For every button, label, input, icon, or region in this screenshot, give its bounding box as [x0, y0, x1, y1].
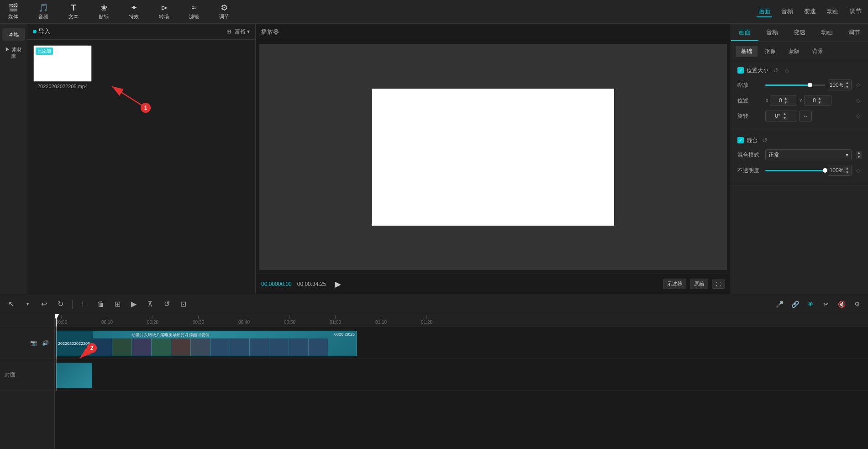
blend-checkbox[interactable]: ✓	[737, 137, 744, 143]
blend-mode-select[interactable]: 正常 ▾	[765, 149, 852, 160]
rp-subtab-basic[interactable]: 基础	[736, 46, 758, 57]
position-keyframe[interactable]: ◇	[854, 97, 862, 104]
scale-keyframe[interactable]: ◇	[854, 81, 862, 89]
blend-up[interactable]: ▲	[856, 151, 862, 155]
opacity-slider[interactable]	[765, 170, 825, 171]
settings-button[interactable]: ⚙	[851, 298, 863, 311]
media-item-0[interactable]: 已添加 20220202022205.mp4	[33, 45, 92, 89]
clip-label-section: 20220202022205	[56, 331, 93, 356]
tab-animation[interactable]: 动画	[825, 6, 841, 17]
flip-button[interactable]: ↔	[799, 111, 812, 121]
tab-canvas[interactable]: 画面	[757, 6, 772, 17]
nav-media[interactable]: 🎬 媒体	[5, 2, 22, 22]
nav-effect[interactable]: ✦ 特效	[125, 2, 142, 22]
opacity-up[interactable]: ▲	[844, 167, 850, 170]
scale-slider[interactable]	[765, 85, 825, 86]
select-dropdown[interactable]: ▾	[21, 298, 34, 311]
rot-down[interactable]: ▼	[782, 116, 788, 120]
rp-tab-adjust[interactable]: 调节	[841, 25, 868, 41]
y-label: Y	[799, 98, 802, 103]
clip-thumbnails-area: 动量片头转场片尾唯美场所打斗炫酷可爱萌 0000:29:25	[93, 331, 357, 356]
clip-thumbnails	[93, 338, 357, 356]
import-label: 导入	[38, 27, 50, 36]
video-clip[interactable]: 20220202022205 动量片头转场片尾唯美场所打斗炫酷可爱萌 0000:…	[56, 331, 357, 356]
blend-down[interactable]: ▼	[856, 155, 862, 159]
nav-text[interactable]: T 文本	[65, 2, 82, 22]
crop-button[interactable]: ⊡	[177, 298, 189, 311]
preview-right-buttons: 示波器 原始 ⛶	[663, 279, 725, 289]
cover-clip[interactable]	[56, 363, 92, 388]
auto-cut-button[interactable]: ✂	[820, 298, 832, 311]
position-size-keyframe[interactable]: ◇	[783, 67, 790, 74]
thumb-1	[112, 338, 132, 356]
tab-speed[interactable]: 变速	[802, 6, 818, 17]
scale-up[interactable]: ▲	[844, 81, 850, 85]
grid-view-icon[interactable]: ⊞	[226, 28, 231, 35]
preview-track-button[interactable]: 👁	[804, 298, 817, 311]
position-size-reset[interactable]: ↺	[771, 66, 780, 75]
tab-tone[interactable]: 调节	[848, 6, 863, 17]
px-up[interactable]: ▲	[783, 97, 789, 100]
opacity-keyframe[interactable]: ◇	[854, 167, 862, 174]
track-audio-icon[interactable]: 🔊	[41, 338, 50, 348]
thumb-9	[269, 338, 289, 356]
opacity-down[interactable]: ▼	[844, 171, 850, 174]
original-button[interactable]: 原始	[690, 279, 708, 289]
rot-up[interactable]: ▲	[782, 112, 788, 116]
px-down[interactable]: ▼	[783, 101, 789, 105]
show-wave-button[interactable]: 示波器	[663, 279, 686, 289]
fullscreen-button[interactable]: ⛶	[712, 280, 725, 289]
scale-down[interactable]: ▼	[844, 85, 850, 89]
view-options[interactable]: 富裕 ▾	[235, 28, 250, 36]
rp-tab-anim[interactable]: 动画	[813, 25, 841, 41]
ruler-mark-8: 01:20	[421, 315, 432, 325]
position-size-checkbox[interactable]: ✓	[737, 67, 744, 74]
import-dot	[33, 30, 37, 33]
play-button[interactable]: ▶	[331, 278, 344, 291]
adjust-icon: ⚙	[221, 4, 228, 12]
position-y-value[interactable]: 0 ▲ ▼	[804, 95, 831, 106]
freeze-button[interactable]: ⊼	[144, 298, 157, 311]
play-clip-button[interactable]: ▶	[127, 298, 140, 311]
position-x-value[interactable]: 0 ▲ ▼	[770, 95, 797, 106]
redo-button[interactable]: ↻	[54, 298, 67, 311]
nav-audio[interactable]: 🎵 音频	[35, 2, 52, 22]
media-panel-header: 导入 ⊞ 富裕 ▾	[27, 24, 255, 40]
left-sidebar: 本地 ▶ 素材库	[0, 24, 27, 294]
py-up[interactable]: ▲	[817, 97, 822, 100]
tab-audio-r[interactable]: 音频	[779, 6, 795, 17]
undo-button[interactable]: ↩	[37, 298, 50, 311]
ruler-label-spacer	[0, 314, 54, 327]
split-button[interactable]: ⊢	[78, 298, 91, 311]
nav-adjust[interactable]: ⚙ 调节	[216, 2, 233, 22]
import-button[interactable]: 导入	[33, 27, 50, 36]
timeline-toolbar: ↖ ▾ ↩ ↻ ⊢ 🗑 ⊞ ▶ ⊼ ↺ ⊡ 🎤 🔗 👁 ✂ 🔇 ⚙	[0, 294, 868, 314]
nav-sticker[interactable]: ❀ 贴纸	[95, 2, 112, 22]
select-tool[interactable]: ↖	[5, 298, 17, 311]
py-down[interactable]: ▼	[817, 101, 822, 105]
media-thumb-0: 已添加	[33, 45, 92, 82]
nav-transition[interactable]: ⊳ 转场	[155, 2, 173, 22]
sidebar-local[interactable]: 本地	[2, 28, 25, 41]
track-video-icon[interactable]: 📷	[29, 338, 38, 348]
split-clip-button[interactable]: ⊞	[111, 298, 124, 311]
magnetic-button[interactable]: 🔗	[789, 298, 801, 311]
delete-button[interactable]: 🗑	[95, 298, 107, 311]
rp-tab-audio[interactable]: 音频	[758, 25, 786, 41]
scale-value: 100%	[830, 82, 844, 88]
sidebar-material-library[interactable]: ▶ 素材库	[2, 43, 25, 63]
blend-reset[interactable]: ↺	[760, 136, 769, 145]
rp-tab-speed[interactable]: 变速	[786, 25, 813, 41]
mute-button[interactable]: 🔇	[835, 298, 848, 311]
mic-button[interactable]: 🎤	[773, 298, 786, 311]
rotation-value-box[interactable]: 0° ▲ ▼	[765, 111, 797, 121]
rp-subtab-bg[interactable]: 背景	[807, 46, 829, 57]
rotation-keyframe[interactable]: ◇	[854, 112, 862, 120]
sticker-icon: ❀	[100, 4, 107, 12]
nav-filter[interactable]: ≈ 滤镜	[185, 2, 203, 22]
loop-button[interactable]: ↺	[160, 298, 173, 311]
rp-subtab-keying[interactable]: 抠像	[759, 46, 781, 57]
cover-track-row	[55, 359, 868, 391]
rp-tab-canvas[interactable]: 画面	[731, 25, 758, 41]
rp-subtab-mask[interactable]: 蒙版	[783, 46, 805, 57]
